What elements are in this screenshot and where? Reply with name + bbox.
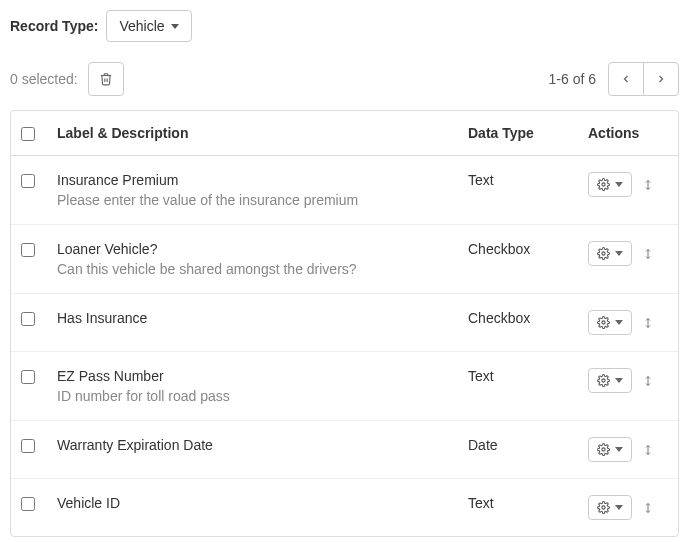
header-label: Label & Description [57, 125, 468, 141]
row-label-cell: Warranty Expiration Date [57, 437, 468, 453]
gear-icon [597, 316, 610, 329]
row-check-cell [21, 368, 57, 384]
row-actions [588, 495, 668, 520]
row-label: Has Insurance [57, 310, 456, 326]
reorder-handle[interactable] [642, 178, 654, 192]
row-check-cell [21, 241, 57, 257]
reorder-handle[interactable] [642, 247, 654, 261]
header-actions: Actions [588, 125, 668, 141]
table-row: Vehicle ID Text [11, 478, 678, 536]
row-check-cell [21, 310, 57, 326]
row-description: Can this vehicle be shared amongst the d… [57, 261, 456, 277]
row-data-type: Date [468, 437, 588, 453]
row-label: EZ Pass Number [57, 368, 456, 384]
row-actions [588, 172, 668, 197]
chevron-left-icon [620, 73, 632, 85]
delete-button[interactable] [88, 62, 124, 96]
reorder-handle[interactable] [642, 443, 654, 457]
caret-down-icon [615, 505, 623, 510]
caret-down-icon [171, 24, 179, 29]
gear-icon [597, 374, 610, 387]
svg-point-2 [602, 252, 605, 255]
svg-point-6 [602, 379, 605, 382]
table-row: Has Insurance Checkbox [11, 293, 678, 351]
reorder-handle[interactable] [642, 501, 654, 515]
row-check-cell [21, 437, 57, 453]
table-row: Insurance Premium Please enter the value… [11, 156, 678, 224]
record-type-row: Record Type: Vehicle [10, 10, 679, 42]
record-type-label: Record Type: [10, 18, 98, 34]
row-check-cell [21, 172, 57, 188]
row-label: Loaner Vehicle? [57, 241, 456, 257]
row-data-type: Checkbox [468, 241, 588, 257]
row-data-type: Text [468, 368, 588, 384]
row-settings-button[interactable] [588, 172, 632, 197]
row-label: Vehicle ID [57, 495, 456, 511]
gear-icon [597, 247, 610, 260]
range-text: 1-6 of 6 [549, 71, 596, 87]
row-label: Warranty Expiration Date [57, 437, 456, 453]
caret-down-icon [615, 378, 623, 383]
row-actions [588, 310, 668, 335]
toolbar-left: 0 selected: [10, 62, 124, 96]
selected-count: 0 selected: [10, 71, 78, 87]
table-row: Loaner Vehicle? Can this vehicle be shar… [11, 224, 678, 293]
row-settings-button[interactable] [588, 437, 632, 462]
table-body: Insurance Premium Please enter the value… [11, 156, 678, 536]
row-checkbox[interactable] [21, 174, 35, 188]
svg-point-0 [602, 183, 605, 186]
row-settings-button[interactable] [588, 310, 632, 335]
caret-down-icon [615, 447, 623, 452]
row-checkbox[interactable] [21, 497, 35, 511]
row-label-cell: EZ Pass Number ID number for toll road p… [57, 368, 468, 404]
prev-page-button[interactable] [608, 62, 644, 96]
row-data-type: Text [468, 495, 588, 511]
gear-icon [597, 443, 610, 456]
row-check-cell [21, 495, 57, 511]
record-type-dropdown[interactable]: Vehicle [106, 10, 191, 42]
row-data-type: Checkbox [468, 310, 588, 326]
caret-down-icon [615, 320, 623, 325]
toolbar: 0 selected: 1-6 of 6 [10, 62, 679, 96]
row-checkbox[interactable] [21, 312, 35, 326]
svg-point-4 [602, 321, 605, 324]
row-label-cell: Insurance Premium Please enter the value… [57, 172, 468, 208]
table-row: Warranty Expiration Date Date [11, 420, 678, 478]
gear-icon [597, 178, 610, 191]
row-data-type: Text [468, 172, 588, 188]
row-actions [588, 241, 668, 266]
trash-icon [99, 72, 113, 86]
row-label: Insurance Premium [57, 172, 456, 188]
caret-down-icon [615, 251, 623, 256]
row-description: Please enter the value of the insurance … [57, 192, 456, 208]
next-page-button[interactable] [643, 62, 679, 96]
row-checkbox[interactable] [21, 370, 35, 384]
row-checkbox[interactable] [21, 243, 35, 257]
row-label-cell: Loaner Vehicle? Can this vehicle be shar… [57, 241, 468, 277]
row-checkbox[interactable] [21, 439, 35, 453]
row-settings-button[interactable] [588, 495, 632, 520]
svg-point-10 [602, 506, 605, 509]
svg-point-8 [602, 448, 605, 451]
gear-icon [597, 501, 610, 514]
header-data-type: Data Type [468, 125, 588, 141]
reorder-handle[interactable] [642, 374, 654, 388]
caret-down-icon [615, 182, 623, 187]
pager [608, 62, 679, 96]
table-header: Label & Description Data Type Actions [11, 111, 678, 156]
toolbar-right: 1-6 of 6 [549, 62, 679, 96]
fields-table: Label & Description Data Type Actions In… [10, 110, 679, 537]
row-description: ID number for toll road pass [57, 388, 456, 404]
row-label-cell: Has Insurance [57, 310, 468, 326]
row-settings-button[interactable] [588, 368, 632, 393]
table-row: EZ Pass Number ID number for toll road p… [11, 351, 678, 420]
row-actions [588, 437, 668, 462]
select-all-checkbox[interactable] [21, 127, 35, 141]
row-settings-button[interactable] [588, 241, 632, 266]
chevron-right-icon [655, 73, 667, 85]
row-label-cell: Vehicle ID [57, 495, 468, 511]
select-all-cell [21, 125, 57, 141]
row-actions [588, 368, 668, 393]
record-type-value: Vehicle [119, 18, 164, 34]
reorder-handle[interactable] [642, 316, 654, 330]
